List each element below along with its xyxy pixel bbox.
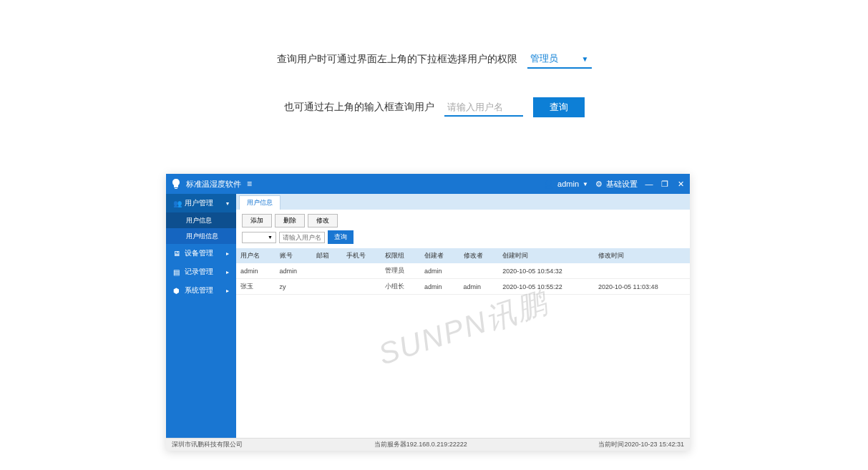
time-label: 当前时间2020-10-23 15:42:31 [598, 440, 684, 449]
status-bar: 深圳市讯鹏科技有限公司 当前服务器192.168.0.219:22222 当前时… [166, 438, 690, 451]
col-email: 邮箱 [312, 248, 342, 263]
hamburger-icon[interactable]: ≡ [247, 179, 252, 189]
chevron-down-icon: ▼ [582, 55, 589, 63]
sidebar-item-device-mgmt[interactable]: 🖥 设备管理 ▸ [166, 244, 236, 263]
minimize-button[interactable]: — [644, 180, 654, 189]
toolbar-query-button[interactable]: 查询 [328, 230, 353, 244]
chevron-right-icon: ▸ [226, 288, 229, 294]
document-icon: ▤ [173, 268, 180, 276]
tab-bar: 用户信息 [236, 194, 690, 210]
sidebar-item-label: 用户组信息 [186, 232, 218, 241]
col-username: 用户名 [236, 248, 275, 263]
col-role: 权限组 [381, 248, 420, 263]
tab-label: 用户信息 [247, 199, 273, 206]
sidebar-item-label: 用户信息 [186, 216, 212, 225]
sidebar-item-label: 记录管理 [185, 267, 213, 277]
cube-icon: ⬢ [173, 287, 180, 295]
user-table: 用户名 账号 邮箱 手机号 权限组 创建者 修改者 创建时间 修改时间 admi… [236, 248, 690, 295]
chevron-down-icon: ▾ [226, 200, 229, 207]
col-phone: 手机号 [342, 248, 381, 263]
filter-input[interactable] [279, 232, 325, 243]
main-area: 用户信息 添加 删除 修改 ▼ 查询 用户名 [236, 194, 690, 438]
add-button[interactable]: 添加 [242, 214, 272, 227]
sidebar-item-usergroup-info[interactable]: 用户组信息 [166, 228, 236, 244]
server-label: 当前服务器192.168.0.219:22222 [243, 440, 598, 449]
role-dropdown[interactable]: 管理员 ▼ [527, 50, 592, 69]
sidebar: 👥 用户管理 ▾ 用户信息 用户组信息 🖥 设备管理 ▸ ▤ 记录管理 ▸ ⬢ [166, 194, 236, 438]
watermark: SUNPN讯鹏 [374, 282, 552, 374]
tab-user-info[interactable]: 用户信息 [239, 195, 281, 210]
app-body: 👥 用户管理 ▾ 用户信息 用户组信息 🖥 设备管理 ▸ ▤ 记录管理 ▸ ⬢ [166, 194, 690, 438]
sidebar-item-label: 用户管理 [185, 198, 213, 208]
app-title: 标准温湿度软件 [186, 179, 241, 190]
col-modified: 修改时间 [594, 248, 690, 263]
title-bar: 标准温湿度软件 ≡ 👤 admin ▼ ⚙ 基础设置 — ❐ ✕ [166, 174, 690, 194]
sidebar-item-system-mgmt[interactable]: ⬢ 系统管理 ▸ [166, 281, 236, 300]
username-search-input[interactable] [444, 98, 523, 117]
instruction-row-1: 查询用户时可通过界面左上角的下拉框选择用户的权限 管理员 ▼ [0, 50, 868, 69]
modify-button[interactable]: 修改 [308, 214, 338, 227]
app-window: 标准温湿度软件 ≡ 👤 admin ▼ ⚙ 基础设置 — ❐ ✕ 👥 用户管理 … [166, 174, 690, 451]
user-icon: 👤 [544, 180, 554, 189]
maximize-button[interactable]: ❐ [660, 180, 670, 189]
users-icon: 👥 [173, 200, 180, 207]
settings-menu[interactable]: ⚙ 基础设置 [595, 179, 638, 190]
col-modifier: 修改者 [459, 248, 499, 263]
chevron-down-icon: ▼ [268, 235, 273, 240]
user-label: admin [557, 180, 579, 188]
table-row[interactable]: admin admin 管理员 admin 2020-10-05 10:54:3… [236, 263, 690, 279]
chevron-right-icon: ▸ [226, 250, 229, 257]
table-header-row: 用户名 账号 邮箱 手机号 权限组 创建者 修改者 创建时间 修改时间 [236, 248, 690, 263]
chevron-down-icon: ▼ [582, 181, 588, 187]
window-controls: — ❐ ✕ [644, 180, 686, 189]
col-created: 创建时间 [498, 248, 594, 263]
toolbar: 添加 删除 修改 ▼ 查询 [236, 210, 690, 248]
sidebar-item-record-mgmt[interactable]: ▤ 记录管理 ▸ [166, 263, 236, 281]
sidebar-item-user-info[interactable]: 用户信息 [166, 212, 236, 228]
table-row[interactable]: 张玉 zy 小组长 admin admin 2020-10-05 10:55:2… [236, 279, 690, 295]
chevron-right-icon: ▸ [226, 269, 229, 275]
gear-icon: ⚙ [595, 180, 603, 189]
col-account: 账号 [275, 248, 312, 263]
role-dropdown-value: 管理员 [530, 52, 558, 65]
filter-dropdown[interactable]: ▼ [242, 232, 276, 243]
instruction-text-2: 也可通过右上角的输入框查询用户 [284, 101, 434, 114]
monitor-icon: 🖥 [173, 250, 180, 258]
close-button[interactable]: ✕ [676, 180, 686, 189]
settings-label: 基础设置 [606, 179, 638, 190]
sidebar-item-user-mgmt[interactable]: 👥 用户管理 ▾ [166, 194, 236, 212]
sidebar-item-label: 系统管理 [185, 285, 213, 295]
query-button[interactable]: 查询 [533, 97, 585, 117]
instructions-area: 查询用户时可通过界面左上角的下拉框选择用户的权限 管理员 ▼ 也可通过右上角的输… [0, 0, 868, 167]
instruction-row-2: 也可通过右上角的输入框查询用户 查询 [0, 97, 868, 117]
company-label: 深圳市讯鹏科技有限公司 [172, 440, 243, 449]
instruction-text-1: 查询用户时可通过界面左上角的下拉框选择用户的权限 [277, 53, 517, 66]
delete-button[interactable]: 删除 [275, 214, 305, 227]
sidebar-item-label: 设备管理 [185, 248, 213, 258]
user-menu[interactable]: 👤 admin ▼ [543, 180, 589, 189]
col-creator: 创建者 [420, 248, 459, 263]
app-logo-icon [170, 178, 182, 190]
